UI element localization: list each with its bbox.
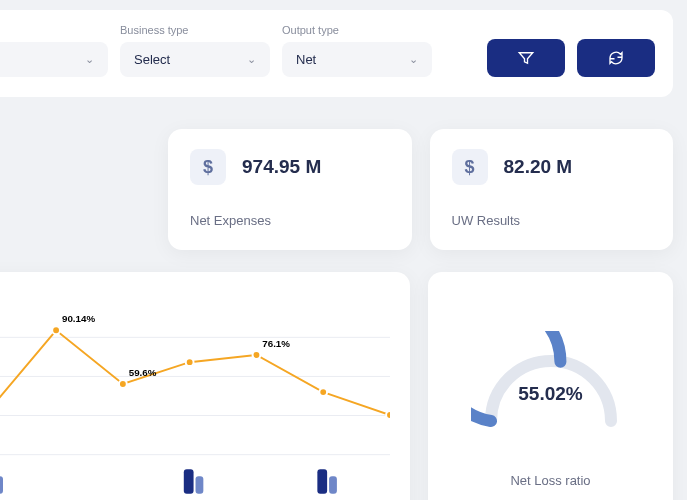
svg-text:76.1%: 76.1% [262,338,290,349]
output-select[interactable]: Net ⌄ [282,42,432,77]
filter-button[interactable] [487,39,565,77]
svg-rect-17 [184,469,194,493]
svg-rect-18 [196,476,204,494]
gauge-label: Net Loss ratio [510,473,590,488]
gauge-value: 55.02% [518,383,582,405]
svg-point-5 [52,326,60,334]
svg-point-9 [319,388,327,396]
card-label: UW Results [452,213,652,228]
chevron-down-icon: ⌄ [247,53,256,66]
select-value: Select [134,52,170,67]
filter-label: Output type [282,24,432,36]
filter-business: Business type Select ⌄ [120,24,270,77]
filter-label: ranch [0,24,108,36]
svg-point-7 [186,358,194,366]
filter-bar: ranch All ⌄ Business type Select ⌄ Outpu… [0,10,673,97]
svg-point-10 [386,411,390,419]
filter-label: Business type [120,24,270,36]
line-chart-svg: 90.14%59.6%76.1%41.95% [0,296,390,496]
chevron-down-icon: ⌄ [85,53,94,66]
business-select[interactable]: Select ⌄ [120,42,270,77]
card-label: Net Expenses [190,213,390,228]
svg-point-8 [253,351,261,359]
select-value: Net [296,52,316,67]
refresh-icon [607,49,625,67]
svg-text:59.6%: 59.6% [129,367,157,378]
card-uw-results: $ 82.20 M UW Results [430,129,674,250]
charts-row: 90.14%59.6%76.1%41.95% 55.02% Net Loss r… [0,272,673,500]
filter-output: Output type Net ⌄ [282,24,432,77]
branch-select[interactable]: All ⌄ [0,42,108,77]
card-net-expenses: $ 974.95 M Net Expenses [168,129,412,250]
svg-rect-20 [329,476,337,494]
svg-point-6 [119,380,127,388]
chevron-down-icon: ⌄ [409,53,418,66]
funnel-icon [517,49,535,67]
dollar-icon: $ [190,149,226,185]
card-value: 82.20 M [504,156,573,178]
svg-rect-16 [0,476,3,494]
line-chart: 90.14%59.6%76.1%41.95% [0,272,410,500]
refresh-button[interactable] [577,39,655,77]
dollar-icon: $ [452,149,488,185]
metric-cards: $ 974.95 M Net Expenses $ 82.20 M UW Res… [0,129,673,250]
svg-rect-19 [317,469,327,493]
card-value: 974.95 M [242,156,321,178]
svg-text:90.14%: 90.14% [62,313,95,324]
gauge-card: 55.02% Net Loss ratio [428,272,673,500]
filter-branch: ranch All ⌄ [0,24,108,77]
